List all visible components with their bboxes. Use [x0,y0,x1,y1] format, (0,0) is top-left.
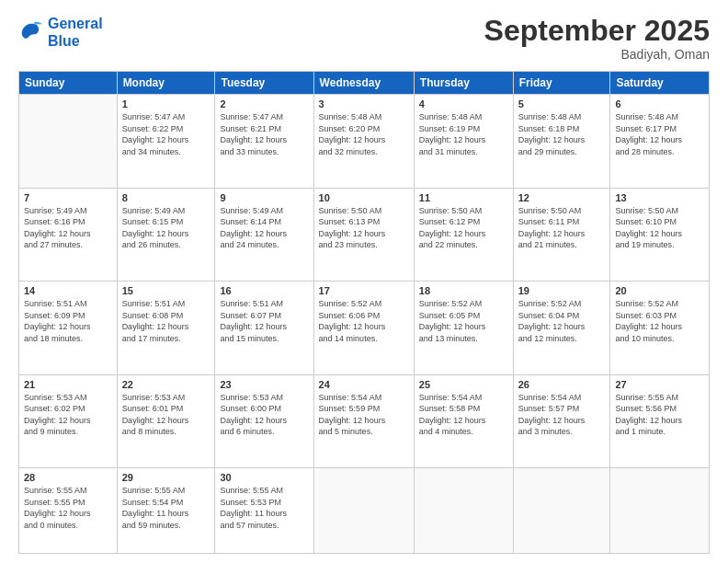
day-info: Sunrise: 5:49 AM Sunset: 6:14 PM Dayligh… [220,205,308,251]
col-wednesday: Wednesday [313,72,414,95]
location-subtitle: Badiyah, Oman [484,47,710,62]
calendar-cell: 1Sunrise: 5:47 AM Sunset: 6:22 PM Daylig… [117,95,215,188]
day-number: 12 [518,192,606,203]
week-row-3: 14Sunrise: 5:51 AM Sunset: 6:09 PM Dayli… [19,282,710,374]
logo-icon [18,19,44,45]
calendar-cell: 11Sunrise: 5:50 AM Sunset: 6:12 PM Dayli… [414,188,513,281]
calendar-cell [610,467,710,553]
day-number: 23 [220,379,308,390]
day-info: Sunrise: 5:55 AM Sunset: 5:54 PM Dayligh… [122,485,210,531]
day-info: Sunrise: 5:54 AM Sunset: 5:59 PM Dayligh… [319,392,409,438]
day-number: 4 [419,98,508,109]
calendar-cell [414,467,513,553]
day-number: 18 [419,285,508,296]
calendar-cell [19,95,118,188]
day-number: 19 [518,285,606,296]
day-info: Sunrise: 5:47 AM Sunset: 6:21 PM Dayligh… [220,111,308,157]
day-info: Sunrise: 5:52 AM Sunset: 6:03 PM Dayligh… [615,298,704,344]
day-number: 7 [24,192,112,203]
calendar-cell: 29Sunrise: 5:55 AM Sunset: 5:54 PM Dayli… [117,467,215,553]
day-info: Sunrise: 5:49 AM Sunset: 6:16 PM Dayligh… [24,205,112,251]
calendar-cell: 20Sunrise: 5:52 AM Sunset: 6:03 PM Dayli… [610,282,710,374]
calendar-cell: 3Sunrise: 5:48 AM Sunset: 6:20 PM Daylig… [313,95,414,188]
calendar-cell: 26Sunrise: 5:54 AM Sunset: 5:57 PM Dayli… [513,374,610,467]
week-row-1: 1Sunrise: 5:47 AM Sunset: 6:22 PM Daylig… [19,95,710,188]
day-number: 29 [122,472,210,483]
col-friday: Friday [513,72,610,95]
col-thursday: Thursday [414,72,513,95]
day-number: 22 [122,379,210,390]
calendar-cell: 19Sunrise: 5:52 AM Sunset: 6:04 PM Dayli… [513,282,610,374]
day-info: Sunrise: 5:55 AM Sunset: 5:55 PM Dayligh… [24,485,112,531]
logo-text: General Blue [48,15,103,50]
day-info: Sunrise: 5:51 AM Sunset: 6:08 PM Dayligh… [122,298,210,344]
calendar-cell: 17Sunrise: 5:52 AM Sunset: 6:06 PM Dayli… [313,282,414,374]
day-info: Sunrise: 5:50 AM Sunset: 6:11 PM Dayligh… [518,205,606,251]
col-tuesday: Tuesday [215,72,313,95]
day-number: 1 [122,98,210,109]
calendar-cell: 23Sunrise: 5:53 AM Sunset: 6:00 PM Dayli… [215,374,313,467]
day-info: Sunrise: 5:48 AM Sunset: 6:17 PM Dayligh… [615,111,704,157]
day-info: Sunrise: 5:48 AM Sunset: 6:20 PM Dayligh… [319,111,409,157]
day-number: 20 [615,285,704,296]
day-number: 8 [122,192,210,203]
day-info: Sunrise: 5:53 AM Sunset: 6:00 PM Dayligh… [220,392,308,438]
day-number: 3 [319,98,409,109]
calendar-table: Sunday Monday Tuesday Wednesday Thursday… [18,71,710,554]
day-info: Sunrise: 5:52 AM Sunset: 6:05 PM Dayligh… [419,298,508,344]
day-number: 30 [220,472,308,483]
calendar-cell: 7Sunrise: 5:49 AM Sunset: 6:16 PM Daylig… [19,188,118,281]
logo-line2: Blue [48,33,80,49]
calendar-cell: 16Sunrise: 5:51 AM Sunset: 6:07 PM Dayli… [215,282,313,374]
day-info: Sunrise: 5:54 AM Sunset: 5:58 PM Dayligh… [419,392,508,438]
col-sunday: Sunday [19,72,118,95]
calendar-cell: 10Sunrise: 5:50 AM Sunset: 6:13 PM Dayli… [313,188,414,281]
calendar-cell: 4Sunrise: 5:48 AM Sunset: 6:19 PM Daylig… [414,95,513,188]
calendar-cell: 5Sunrise: 5:48 AM Sunset: 6:18 PM Daylig… [513,95,610,188]
calendar-cell: 18Sunrise: 5:52 AM Sunset: 6:05 PM Dayli… [414,282,513,374]
day-number: 11 [419,192,508,203]
calendar-cell: 25Sunrise: 5:54 AM Sunset: 5:58 PM Dayli… [414,374,513,467]
calendar-cell: 6Sunrise: 5:48 AM Sunset: 6:17 PM Daylig… [610,95,710,188]
day-number: 26 [518,379,606,390]
day-info: Sunrise: 5:49 AM Sunset: 6:15 PM Dayligh… [122,205,210,251]
day-number: 24 [319,379,409,390]
calendar-cell: 12Sunrise: 5:50 AM Sunset: 6:11 PM Dayli… [513,188,610,281]
day-number: 15 [122,285,210,296]
day-info: Sunrise: 5:47 AM Sunset: 6:22 PM Dayligh… [122,111,210,157]
calendar-cell: 13Sunrise: 5:50 AM Sunset: 6:10 PM Dayli… [610,188,710,281]
day-number: 14 [24,285,112,296]
day-info: Sunrise: 5:50 AM Sunset: 6:13 PM Dayligh… [319,205,409,251]
calendar-cell: 28Sunrise: 5:55 AM Sunset: 5:55 PM Dayli… [19,467,118,553]
logo-line1: General [48,16,103,31]
week-row-5: 28Sunrise: 5:55 AM Sunset: 5:55 PM Dayli… [19,467,710,553]
day-info: Sunrise: 5:51 AM Sunset: 6:07 PM Dayligh… [220,298,308,344]
logo: General Blue [18,15,103,50]
calendar-cell: 24Sunrise: 5:54 AM Sunset: 5:59 PM Dayli… [313,374,414,467]
day-number: 17 [319,285,409,296]
day-info: Sunrise: 5:50 AM Sunset: 6:12 PM Dayligh… [419,205,508,251]
day-number: 10 [319,192,409,203]
day-info: Sunrise: 5:52 AM Sunset: 6:06 PM Dayligh… [319,298,409,344]
calendar-cell: 27Sunrise: 5:55 AM Sunset: 5:56 PM Dayli… [610,374,710,467]
day-number: 25 [419,379,508,390]
day-info: Sunrise: 5:50 AM Sunset: 6:10 PM Dayligh… [615,205,704,251]
day-number: 5 [518,98,606,109]
day-number: 27 [615,379,704,390]
day-info: Sunrise: 5:53 AM Sunset: 6:02 PM Dayligh… [24,392,112,438]
calendar-cell: 15Sunrise: 5:51 AM Sunset: 6:08 PM Dayli… [117,282,215,374]
calendar-cell [513,467,610,553]
day-info: Sunrise: 5:48 AM Sunset: 6:19 PM Dayligh… [419,111,508,157]
calendar-cell: 21Sunrise: 5:53 AM Sunset: 6:02 PM Dayli… [19,374,118,467]
day-number: 16 [220,285,308,296]
day-number: 21 [24,379,112,390]
day-info: Sunrise: 5:51 AM Sunset: 6:09 PM Dayligh… [24,298,112,344]
month-title: September 2025 [484,15,710,47]
day-number: 2 [220,98,308,109]
col-saturday: Saturday [610,72,710,95]
calendar-header-row: Sunday Monday Tuesday Wednesday Thursday… [19,72,710,95]
day-number: 13 [615,192,704,203]
day-number: 9 [220,192,308,203]
day-info: Sunrise: 5:53 AM Sunset: 6:01 PM Dayligh… [122,392,210,438]
day-info: Sunrise: 5:54 AM Sunset: 5:57 PM Dayligh… [518,392,606,438]
